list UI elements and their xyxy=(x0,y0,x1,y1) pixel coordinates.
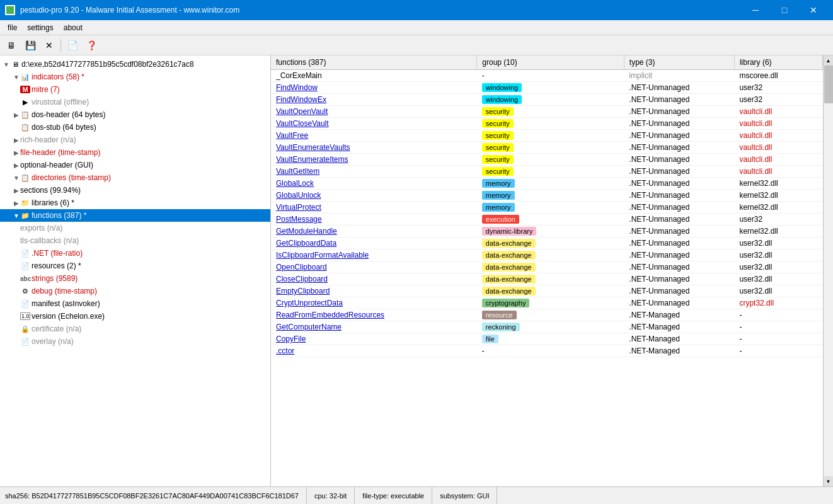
library-cell: user32.dll xyxy=(734,285,822,297)
table-row[interactable]: .cctor-.NET-Managed- xyxy=(271,345,823,357)
menu-about[interactable]: about xyxy=(59,22,88,33)
function-name-cell: OpenClipboard xyxy=(271,261,477,273)
tree-item[interactable]: 1.0version (Echelon.exe) xyxy=(0,310,270,323)
toolbar-save-btn[interactable]: 💾 xyxy=(21,37,39,54)
table-row[interactable]: CopyFilefile.NET-Managed- xyxy=(271,333,823,345)
function-name[interactable]: FindWindow xyxy=(276,83,318,92)
functions-table-container[interactable]: functions (387) group (10) type (3) libr… xyxy=(271,55,823,486)
function-name[interactable]: GetModuleHandle xyxy=(276,227,337,236)
tree-item[interactable]: abcstrings (9589) xyxy=(0,272,270,285)
table-row[interactable]: _CorExeMain-implicitmscoree.dll xyxy=(271,70,823,82)
tree-item[interactable]: ▶file-header (time-stamp) xyxy=(0,146,270,159)
table-row[interactable]: FindWindowwindowing.NET-Unmanageduser32 xyxy=(271,82,823,94)
tree-item[interactable]: ▼📊indicators (58) * xyxy=(0,71,270,83)
group-cell: resource xyxy=(477,309,624,321)
table-row[interactable]: OpenClipboarddata-exchange.NET-Unmanaged… xyxy=(271,261,823,273)
function-name[interactable]: VaultEnumerateVaults xyxy=(276,143,350,152)
tree-item[interactable]: ▶optional-header (GUI) xyxy=(0,159,270,171)
function-name[interactable]: CloseClipboard xyxy=(276,275,328,284)
tree-item[interactable]: ▶virustotal (offline) xyxy=(0,96,270,108)
tree-item[interactable]: ▶rich-header (n/a) xyxy=(0,134,270,146)
tree-item[interactable]: 📄overlay (n/a) xyxy=(0,335,270,348)
tree-item-icon-21: 📄 xyxy=(20,338,30,346)
tree-item[interactable]: exports (n/a) xyxy=(0,222,270,234)
table-row[interactable]: VaultEnumerateVaultssecurity.NET-Unmanag… xyxy=(271,142,823,154)
maximize-button[interactable]: □ xyxy=(770,0,799,20)
table-row[interactable]: CloseClipboarddata-exchange.NET-Unmanage… xyxy=(271,273,823,285)
toolbar-screen-btn[interactable]: 🖥 xyxy=(3,37,20,54)
group-badge: file xyxy=(482,335,498,343)
table-row[interactable]: VaultFreesecurity.NET-Unmanagedvaultcli.… xyxy=(271,130,823,142)
table-row[interactable]: VirtualProtectmemory.NET-Unmanagedkernel… xyxy=(271,202,823,214)
tree-item-label-8: directories (time-stamp) xyxy=(32,173,111,182)
tree-item[interactable]: ⚙debug (time-stamp) xyxy=(0,285,270,297)
function-name[interactable]: CryptUnprotectData xyxy=(276,299,343,307)
table-row[interactable]: VaultEnumerateItemssecurity.NET-Unmanage… xyxy=(271,154,823,166)
function-name[interactable]: GlobalUnlock xyxy=(276,191,321,200)
function-name[interactable]: OpenClipboard xyxy=(276,263,327,272)
function-name[interactable]: GetClipboardData xyxy=(276,239,336,248)
table-row[interactable]: GetModuleHandledynamic-library.NET-Unman… xyxy=(271,226,823,238)
function-name[interactable]: .cctor xyxy=(276,346,294,355)
scrollbar[interactable]: ▲ ▼ xyxy=(823,55,833,486)
function-name[interactable]: VaultCloseVault xyxy=(276,119,329,128)
tree-root[interactable]: ▼ 🖥 d:\exe,b52d4177277851b95c5cdf08bf2e3… xyxy=(0,58,270,71)
table-row[interactable]: PostMessageexecution.NET-Unmanageduser32 xyxy=(271,214,823,226)
toolbar-help-btn[interactable]: ❓ xyxy=(83,37,100,54)
table-row[interactable]: VaultGetItemsecurity.NET-Unmanagedvaultc… xyxy=(271,166,823,178)
function-name[interactable]: PostMessage xyxy=(276,215,322,224)
function-name[interactable]: EmptyClipboard xyxy=(276,287,330,295)
scroll-up-button[interactable]: ▲ xyxy=(824,55,834,66)
function-name[interactable]: VirtualProtect xyxy=(276,203,321,212)
function-name[interactable]: VaultGetItem xyxy=(276,167,319,176)
col-header-library: library (6) xyxy=(734,55,822,70)
toolbar-close-btn[interactable]: ✕ xyxy=(40,37,58,54)
table-row[interactable]: VaultOpenVaultsecurity.NET-Unmanagedvaul… xyxy=(271,106,823,118)
col-header-type: type (3) xyxy=(624,55,734,70)
table-row[interactable]: ReadFromEmbeddedResourcesresource.NET-Ma… xyxy=(271,309,823,321)
table-row[interactable]: EmptyClipboarddata-exchange.NET-Unmanage… xyxy=(271,285,823,297)
function-name[interactable]: VaultOpenVault xyxy=(276,107,328,116)
close-button[interactable]: ✕ xyxy=(799,0,828,20)
table-row[interactable]: GetClipboardDatadata-exchange.NET-Unmana… xyxy=(271,238,823,249)
group-cell: - xyxy=(477,345,624,357)
tree-item[interactable]: ▼📋directories (time-stamp) xyxy=(0,171,270,184)
table-row[interactable]: GetComputerNamereckoning.NET-Managed- xyxy=(271,321,823,333)
scroll-down-button[interactable]: ▼ xyxy=(824,476,834,486)
function-name[interactable]: FindWindowEx xyxy=(276,95,326,104)
tree-item[interactable]: 📄manifest (asInvoker) xyxy=(0,297,270,310)
function-name[interactable]: GetComputerName xyxy=(276,323,342,331)
function-name[interactable]: CopyFile xyxy=(276,335,306,343)
table-row[interactable]: FindWindowExwindowing.NET-Unmanageduser3… xyxy=(271,94,823,106)
table-row[interactable]: CryptUnprotectDatacryptography.NET-Unman… xyxy=(271,297,823,309)
function-name[interactable]: VaultFree xyxy=(276,131,308,140)
toolbar-doc-btn[interactable]: 📄 xyxy=(64,37,81,54)
library-cell: kernel32.dll xyxy=(734,202,822,214)
tree-item[interactable]: 📋dos-stub (64 bytes) xyxy=(0,121,270,134)
library-cell: vaultcli.dll xyxy=(734,118,822,130)
tree-item[interactable]: 📄resources (2) * xyxy=(0,260,270,272)
function-name[interactable]: ReadFromEmbeddedResources xyxy=(276,311,384,319)
function-name[interactable]: VaultEnumerateItems xyxy=(276,155,348,164)
function-name[interactable]: IsClipboardFormatAvailable xyxy=(276,251,369,260)
menu-settings[interactable]: settings xyxy=(22,22,58,33)
tree-item[interactable]: ▶📋dos-header (64 bytes) xyxy=(0,108,270,121)
status-cpu-text: cpu: 32-bit xyxy=(314,492,347,500)
tree-item[interactable]: 🔒certificate (n/a) xyxy=(0,323,270,335)
menu-file[interactable]: file xyxy=(3,22,22,33)
function-name[interactable]: GlobalLock xyxy=(276,179,314,188)
table-row[interactable]: GlobalLockmemory.NET-Unmanagedkernel32.d… xyxy=(271,178,823,190)
tree-item-label-9: sections (99.94%) xyxy=(20,186,81,195)
tree-item[interactable]: 📄.NET (file-ratio) xyxy=(0,247,270,260)
tree-item[interactable]: tls-callbacks (n/a) xyxy=(0,234,270,247)
table-row[interactable]: IsClipboardFormatAvailabledata-exchange.… xyxy=(271,249,823,261)
table-row[interactable]: GlobalUnlockmemory.NET-Unmanagedkernel32… xyxy=(271,190,823,202)
scroll-track[interactable] xyxy=(824,66,833,476)
tree-item[interactable]: ▶📁libraries (6) * xyxy=(0,197,270,209)
table-row[interactable]: VaultCloseVaultsecurity.NET-Unmanagedvau… xyxy=(271,118,823,130)
minimize-button[interactable]: ─ xyxy=(741,0,770,20)
tree-item[interactable]: ▼📁functions (387) * xyxy=(0,209,270,222)
tree-item[interactable]: Mmitre (7) xyxy=(0,83,270,96)
function-name-cell: EmptyClipboard xyxy=(271,285,477,297)
tree-item[interactable]: ▶sections (99.94%) xyxy=(0,184,270,197)
